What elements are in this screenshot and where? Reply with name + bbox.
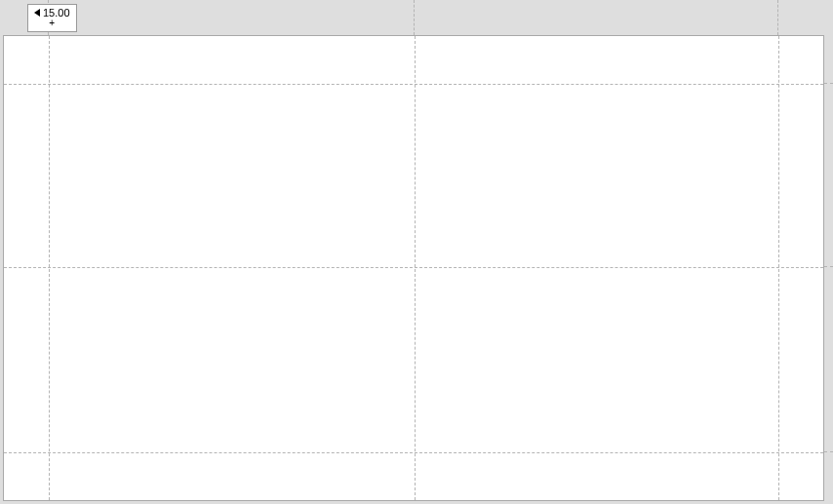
guide-position-tooltip: 15.00 + bbox=[27, 4, 77, 32]
guide-horizontal[interactable] bbox=[4, 267, 823, 268]
margin-guide-horizontal bbox=[824, 83, 833, 84]
right-margin-strip bbox=[824, 0, 833, 504]
ruler-guide-vertical bbox=[414, 0, 415, 35]
svg-marker-0 bbox=[34, 9, 40, 17]
guide-vertical[interactable] bbox=[49, 36, 50, 500]
margin-guide-horizontal bbox=[824, 451, 833, 452]
ruler-strip bbox=[0, 0, 833, 35]
guide-position-value: 15.00 bbox=[43, 7, 70, 19]
crosshair-plus-icon: + bbox=[34, 19, 70, 28]
guide-vertical[interactable] bbox=[415, 36, 416, 500]
triangle-left-icon bbox=[34, 9, 40, 17]
drawing-canvas[interactable] bbox=[3, 35, 824, 501]
ruler-guide-vertical bbox=[777, 0, 778, 35]
guide-horizontal[interactable] bbox=[4, 452, 823, 453]
margin-guide-horizontal bbox=[824, 266, 833, 267]
guide-horizontal[interactable] bbox=[4, 84, 823, 85]
guide-vertical[interactable] bbox=[778, 36, 779, 500]
